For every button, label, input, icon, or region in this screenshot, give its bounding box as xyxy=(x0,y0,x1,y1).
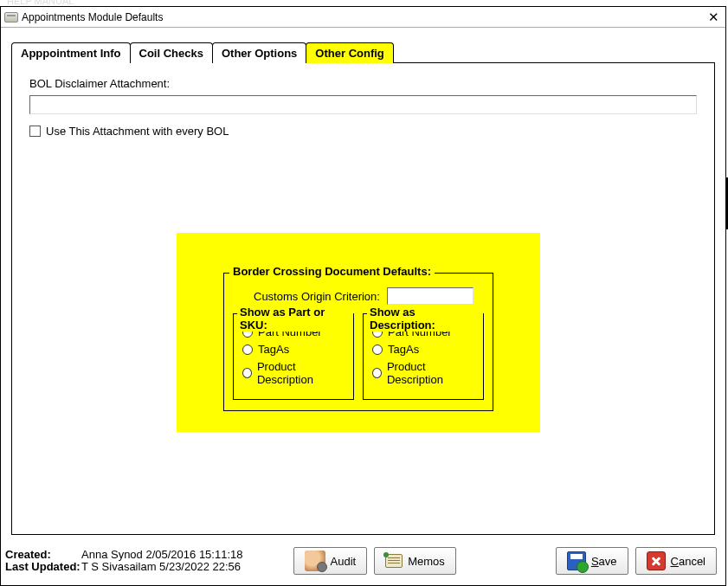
cancel-button-label: Cancel xyxy=(671,555,705,568)
dialog-window: Appointments Module Defaults ✕ Apppointm… xyxy=(0,6,726,586)
customs-origin-row: Customs Origin Criterion: xyxy=(254,287,484,305)
save-button-label: Save xyxy=(591,555,617,568)
footer: Created:Anna Synod 2/05/2016 15:11:18 La… xyxy=(5,542,717,580)
metadata-block: Created:Anna Synod 2/05/2016 15:11:18 La… xyxy=(5,549,243,573)
radio-option[interactable]: Product Description xyxy=(372,360,474,386)
tab-appointment-info[interactable]: Apppointment Info xyxy=(11,42,131,63)
bol-label: BOL Disclaimer Attachment: xyxy=(29,77,697,90)
tab-panel-other-config: BOL Disclaimer Attachment: Use This Atta… xyxy=(11,62,715,535)
radio-option[interactable]: TagAs xyxy=(372,343,474,356)
radio-columns: Show as Part or SKU: Part Number TagAs P… xyxy=(233,313,484,400)
memos-icon xyxy=(385,554,403,568)
customs-origin-input[interactable] xyxy=(387,287,474,305)
bol-use-every-checkbox[interactable] xyxy=(29,126,41,137)
customs-origin-label: Customs Origin Criterion: xyxy=(254,290,380,303)
tab-other-config[interactable]: Other Config xyxy=(306,42,393,63)
titlebar: Appointments Module Defaults ✕ xyxy=(1,7,725,28)
bol-checkbox-row[interactable]: Use This Attachment with every BOL xyxy=(29,125,697,138)
background-page-header: HELP MANUAL xyxy=(7,0,74,6)
app-icon xyxy=(4,12,18,23)
tab-strip: Apppointment Info Coil Checks Other Opti… xyxy=(11,42,715,62)
cancel-button[interactable]: Cancel xyxy=(635,547,717,575)
close-icon[interactable]: ✕ xyxy=(705,11,722,23)
radio-label: Product Description xyxy=(387,360,474,386)
show-as-part-group: Show as Part or SKU: Part Number TagAs P… xyxy=(233,313,354,400)
radio-option[interactable]: TagAs xyxy=(242,343,345,356)
radio-label: Product Description xyxy=(257,360,345,386)
save-icon xyxy=(567,551,586,570)
radio-label: TagAs xyxy=(258,343,289,356)
bol-attachment-input[interactable] xyxy=(29,95,697,114)
tab-other-options[interactable]: Other Options xyxy=(212,42,306,63)
radio-icon[interactable] xyxy=(372,345,383,355)
radio-icon[interactable] xyxy=(242,368,252,378)
tab-coil-checks[interactable]: Coil Checks xyxy=(130,42,213,63)
audit-button-label: Audit xyxy=(331,555,357,568)
tabs-container: Apppointment Info Coil Checks Other Opti… xyxy=(11,42,715,535)
audit-icon xyxy=(305,551,325,571)
window-title: Appointments Module Defaults xyxy=(22,11,705,23)
show-as-description-title: Show as Description: xyxy=(367,306,483,332)
cancel-icon xyxy=(647,551,666,570)
memos-button[interactable]: Memos xyxy=(374,547,456,575)
radio-icon[interactable] xyxy=(242,345,253,355)
show-as-description-group: Show as Description: Part Number TagAs P… xyxy=(363,313,484,400)
border-crossing-group: Border Crossing Document Defaults: Custo… xyxy=(223,273,493,411)
updated-value: T S Sivasailam 5/23/2022 22:56 xyxy=(81,561,241,573)
updated-label: Last Updated: xyxy=(5,561,81,573)
memos-button-label: Memos xyxy=(408,555,445,568)
created-label: Created: xyxy=(5,549,81,561)
radio-label: TagAs xyxy=(388,343,419,356)
border-crossing-title: Border Crossing Document Defaults: xyxy=(229,265,435,278)
radio-option[interactable]: Product Description xyxy=(242,360,345,386)
highlighted-region: Border Crossing Document Defaults: Custo… xyxy=(177,233,540,432)
created-value: Anna Synod 2/05/2016 15:11:18 xyxy=(81,549,243,561)
show-as-part-title: Show as Part or SKU: xyxy=(237,306,353,332)
audit-button[interactable]: Audit xyxy=(293,547,368,575)
radio-icon[interactable] xyxy=(372,368,382,378)
save-button[interactable]: Save xyxy=(556,547,628,575)
bol-checkbox-label: Use This Attachment with every BOL xyxy=(46,125,229,138)
